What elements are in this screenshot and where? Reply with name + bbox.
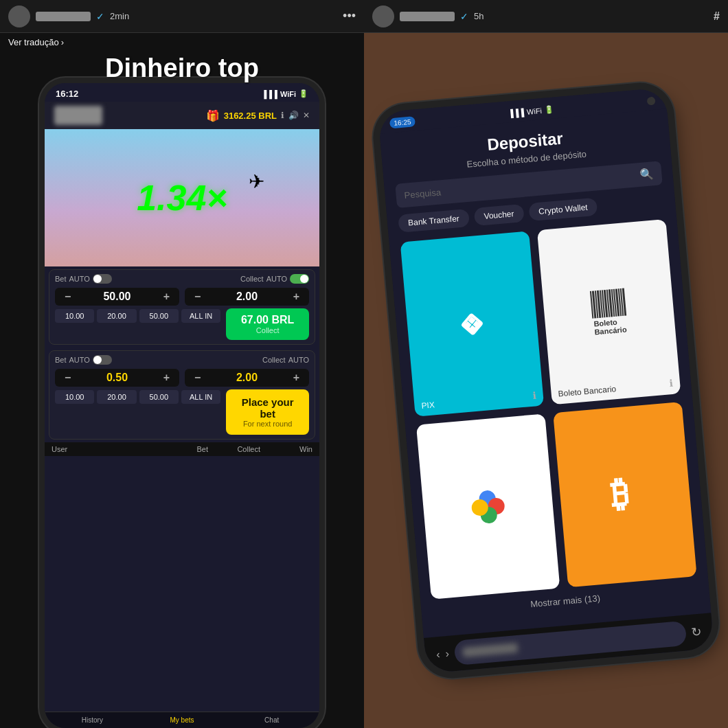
status-pill: 16:25 [389,116,416,128]
search-placeholder: Pesquisa [404,170,640,201]
back-arrow-icon[interactable]: ‹ [435,648,440,661]
pix-icon-container [449,295,495,353]
bet-panel-2: Bet AUTO Collect AUTO [49,350,315,440]
quick-50-2[interactable]: 50.00 [139,390,179,404]
bet-plus-2[interactable]: + [159,372,174,384]
collect-amount-row-2: − 2.00 + [185,369,309,387]
quick-allin-1[interactable]: ALL IN [181,309,220,323]
col-win-header: Win [260,445,312,453]
bet-panel2-top: Bet AUTO Collect AUTO [55,355,309,365]
phone-time: 16:12 [56,89,78,99]
game-area: 1.34× ✈ [45,129,319,266]
right-panel: 16:25 ▐▐▐ WiFi 🔋 Depositar Escolha o mét… [364,33,728,728]
wifi-icon-2: WiFi [526,106,542,116]
payment-boleto[interactable]: BoletoBancário Boleto Bancario ℹ [537,219,681,405]
quick-20-1[interactable]: 20.00 [97,309,136,323]
place-bet-button[interactable]: Place your bet For next round [226,389,309,435]
address-bar-input[interactable] [462,643,518,657]
info-icon[interactable]: ℹ [281,111,284,120]
bet-amount-row-1: − 50.00 + [55,288,179,306]
toggle-knob-1 [93,275,102,283]
phone2-mockup: 16:25 ▐▐▐ WiFi 🔋 Depositar Escolha o mét… [378,87,714,673]
quick-amounts-1: 10.00 20.00 50.00 ALL IN [55,309,220,323]
top-bar-left: ✓ 2min ••• [0,0,364,33]
bet-toggle-2[interactable] [93,355,112,365]
toggle-knob-2 [93,356,102,364]
users-table-header: User Bet Collect Win [45,442,319,456]
more-dots-left[interactable]: ••• [343,9,356,23]
forward-arrow-icon[interactable]: › [445,648,450,660]
bet-minus-1[interactable]: − [60,291,75,303]
phone1-screen: 16:12 ▐▐▐ WiFi 🔋 🎁 3162.25 BRL ℹ 🔊 [45,83,319,728]
tab-chat[interactable]: Chat [227,716,317,724]
bet-label-1: Bet [55,275,67,283]
collect-minus-1[interactable]: − [190,291,205,303]
filter-crypto[interactable]: Crypto Wallet [528,198,598,222]
quick-10-2[interactable]: 10.00 [55,390,94,404]
pix-info-icon[interactable]: ℹ [532,389,536,400]
collect-toggle-1[interactable] [290,274,309,284]
time-left: 2min [110,11,129,21]
quick-amounts-2: 10.00 20.00 50.00 ALL IN [55,390,220,404]
username-left [36,12,91,21]
clover-icon [464,483,512,530]
signal-icon: ▐▐▐ [261,90,277,98]
quick-allin-2[interactable]: ALL IN [181,390,220,404]
collect-value-2: 2.00 [205,372,288,384]
bet-auto-label-1: AUTO [69,275,90,283]
plane-icon: ✈ [249,170,264,193]
close-icon[interactable]: ✕ [303,111,310,120]
collect-label-1: Collect [240,275,264,283]
app-logo [54,106,102,125]
collect-value-1: 2.00 [205,291,288,303]
bet-plus-1[interactable]: + [159,291,174,303]
verified-icon-left: ✓ [96,11,104,22]
translate-link[interactable]: Ver tradução [8,37,59,47]
boleto-label: Boleto Bancario [558,384,617,398]
quick-10-1[interactable]: 10.00 [55,309,94,323]
collect-toggle-knob-1 [300,275,308,283]
bet-auto-toggle-2[interactable]: Bet AUTO [55,355,112,365]
quick-50-1[interactable]: 50.00 [139,309,179,323]
clover-icon-container [464,477,512,536]
refresh-icon[interactable]: ↻ [691,624,703,640]
filter-voucher[interactable]: Voucher [473,204,524,226]
bet-minus-2[interactable]: − [60,372,75,384]
place-bet-text: Place your bet [233,396,302,420]
tab-mybets[interactable]: My bets [137,716,227,724]
payment-bitcoin[interactable]: ₿ [553,402,697,587]
verified-icon-right: ✓ [460,11,468,22]
bet-value-1: 50.00 [75,291,159,303]
quick-20-2[interactable]: 20.00 [97,390,136,404]
bet-auto-toggle-1[interactable]: Bet AUTO [55,274,112,284]
collect-minus-2[interactable]: − [190,372,205,384]
collect-plus-2[interactable]: + [289,372,304,384]
collect-auto-toggle-2[interactable]: Collect AUTO [262,356,309,364]
bet-panel-1: Bet AUTO Collect AUTO [49,269,315,345]
payment-clover[interactable] [416,413,560,599]
nav-arrows[interactable]: ‹ › [435,648,449,661]
bitcoin-icon-container: ₿ [602,466,648,524]
battery-icon-2: 🔋 [544,104,554,114]
avatar-left [8,5,30,27]
wallet-amount: 3162.25 BRL [224,111,277,121]
collect-auto-toggle-1[interactable]: Collect AUTO [240,274,309,284]
collect-plus-1[interactable]: + [289,291,304,303]
collect-auto-label-2: AUTO [288,356,309,364]
payment-pix[interactable]: PIX ℹ [400,231,545,416]
bet-panel1-top: Bet AUTO Collect AUTO [55,274,309,284]
filter-bank-transfer[interactable]: Bank Transfer [398,209,470,233]
collect-button-1[interactable]: 67.00 BRL Collect [226,308,309,340]
bet-toggle-1[interactable] [93,274,112,284]
collect-btn-label: Collect [231,326,304,334]
top-bar: ✓ 2min ••• ✓ 5h # [0,0,728,33]
boleto-info-icon[interactable]: ℹ [669,378,673,389]
svg-text:₿: ₿ [609,473,630,514]
tab-history[interactable]: History [47,716,137,724]
sound-icon[interactable]: 🔊 [288,111,299,120]
pix-icon [450,302,494,346]
deposit-screen: Depositar Escolha o método de depósito P… [380,109,712,638]
notch [647,96,656,105]
translate-bar[interactable]: Ver tradução › [0,33,364,52]
wifi-icon: WiFi [280,90,296,98]
